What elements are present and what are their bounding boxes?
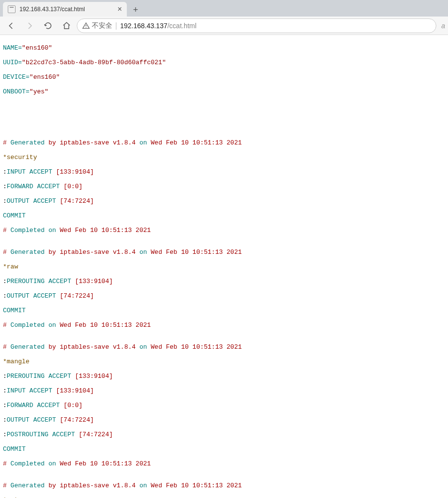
reload-icon [44,21,52,30]
code-line: :OUTPUT ACCEPT [74:7224] [3,197,445,205]
code-line: :INPUT ACCEPT [133:9104] [3,387,445,394]
arrow-left-icon [7,21,16,30]
code-line: :FORWARD ACCEPT [0:0] [3,183,445,190]
code-line: NAME="ens160" [3,44,445,52]
url-host: 192.168.43.137 [120,22,167,30]
code-line: UUID="b22cd7c3-5abb-4adb-89bf-80d60affc0… [3,59,445,66]
arrow-right-icon [25,21,34,30]
address-url: 192.168.43.137/ccat.html [120,22,196,30]
code-line: # Generated by iptables-save v1.8.4 on W… [3,249,445,256]
close-icon[interactable]: × [118,5,122,13]
svg-point-1 [86,27,86,27]
code-line: # Completed on Wed Feb 10 10:51:13 2021 [3,460,445,467]
home-icon [62,21,71,30]
insecure-label: 不安全 [92,21,112,30]
code-line: COMMIT [3,212,445,219]
code-line: # Generated by iptables-save v1.8.4 on W… [3,343,445,351]
address-separator: | [115,21,117,30]
code-line: :FORWARD ACCEPT [0:0] [3,402,445,409]
new-tab-button[interactable]: + [129,3,142,17]
forward-button[interactable] [21,18,38,34]
code-line: :INPUT ACCEPT [133:9104] [3,168,445,176]
browser-tab-bar: 192.168.43.137/ccat.html × + [0,0,448,17]
code-line: DEVICE="ens160" [3,73,445,81]
browser-toolbar: 不安全 | 192.168.43.137/ccat.html a [0,17,448,35]
code-line: :POSTROUTING ACCEPT [74:7224] [3,431,445,438]
reload-button[interactable] [40,18,56,34]
code-line: # Completed on Wed Feb 10 10:51:13 2021 [3,227,445,234]
code-line: :PREROUTING ACCEPT [133:9104] [3,373,445,380]
reader-icon[interactable]: a [441,22,445,30]
blank-line [3,103,445,110]
insecure-indicator[interactable]: 不安全 [82,21,112,30]
code-line: ONBOOT="yes" [3,88,445,95]
code-line: :OUTPUT ACCEPT [74:7224] [3,292,445,300]
code-line: :PREROUTING ACCEPT [133:9104] [3,278,445,285]
code-line: *raw [3,263,445,270]
url-path: /ccat.html [167,22,196,30]
code-line: :OUTPUT ACCEPT [74:7224] [3,416,445,424]
page-content: NAME="ens160" UUID="b22cd7c3-5abb-4adb-8… [0,35,448,498]
back-button[interactable] [3,18,19,34]
code-line: # Generated by iptables-save v1.8.4 on W… [3,139,445,146]
page-favicon [8,5,16,13]
code-line: # Generated by iptables-save v1.8.4 on W… [3,482,445,489]
code-line: *mangle [3,358,445,365]
code-line: *security [3,154,445,161]
code-line: COMMIT [3,307,445,314]
home-button[interactable] [58,18,75,34]
code-line: COMMIT [3,445,445,453]
browser-tab-active[interactable]: 192.168.43.137/ccat.html × [3,2,127,17]
tab-title: 192.168.43.137/ccat.html [19,6,114,13]
code-line: # Completed on Wed Feb 10 10:51:13 2021 [3,321,445,329]
warning-icon [82,22,90,30]
address-bar[interactable]: 不安全 | 192.168.43.137/ccat.html [77,18,436,33]
blank-line [3,117,445,124]
